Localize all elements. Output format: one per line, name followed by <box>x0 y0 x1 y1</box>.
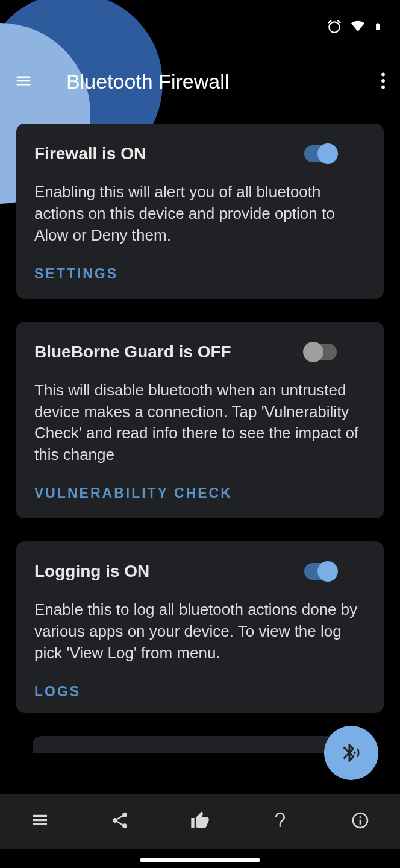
overflow-menu-icon[interactable] <box>381 72 386 92</box>
card-logging: Logging is ON Enable this to log all blu… <box>16 541 384 713</box>
help-icon[interactable] <box>270 811 290 832</box>
app-title: Bluetooth Firewall <box>66 70 229 93</box>
card-header: Logging is ON <box>34 562 366 581</box>
card-title: BlueBorne Guard is OFF <box>34 342 231 362</box>
card-peek <box>33 736 367 753</box>
card-header: Firewall is ON <box>34 144 366 163</box>
card-description: Enable this to log all bluetooth actions… <box>34 599 366 664</box>
list-icon[interactable] <box>30 811 49 832</box>
info-icon[interactable] <box>351 811 370 832</box>
firewall-toggle[interactable] <box>304 145 337 162</box>
settings-button[interactable]: SETTINGS <box>34 266 366 282</box>
svg-point-2 <box>381 72 385 76</box>
logging-toggle[interactable] <box>304 563 337 580</box>
card-blueborne: BlueBorne Guard is OFF This will disable… <box>16 322 384 519</box>
thumbs-up-icon[interactable] <box>190 811 210 832</box>
card-description: Enabling this will alert you of all blue… <box>34 181 366 247</box>
card-header: BlueBorne Guard is OFF <box>34 342 366 362</box>
card-title: Firewall is ON <box>34 144 146 163</box>
wifi-icon <box>349 20 366 33</box>
hamburger-icon[interactable] <box>14 72 33 92</box>
bluetooth-audio-icon <box>340 742 362 764</box>
svg-point-4 <box>381 85 385 89</box>
share-icon[interactable] <box>110 811 130 832</box>
logs-button[interactable]: LOGS <box>34 684 366 700</box>
svg-point-3 <box>381 79 385 83</box>
content-area[interactable]: Firewall is ON Enabling this will alert … <box>0 110 400 753</box>
vulnerability-check-button[interactable]: VULNERABILITY CHECK <box>34 485 366 502</box>
gesture-handle[interactable] <box>140 858 260 862</box>
status-right <box>327 19 382 34</box>
bluetooth-fab[interactable] <box>324 726 378 780</box>
card-firewall: Firewall is ON Enabling this will alert … <box>16 124 384 299</box>
bottom-bar <box>0 794 400 849</box>
alarm-icon <box>327 19 342 34</box>
card-title: Logging is ON <box>34 562 149 581</box>
battery-icon <box>373 19 382 34</box>
app-bar: Bluetooth Firewall <box>0 53 400 110</box>
card-description: This will disable bluetooth when an untr… <box>34 380 366 467</box>
blueborne-toggle[interactable] <box>304 344 337 360</box>
